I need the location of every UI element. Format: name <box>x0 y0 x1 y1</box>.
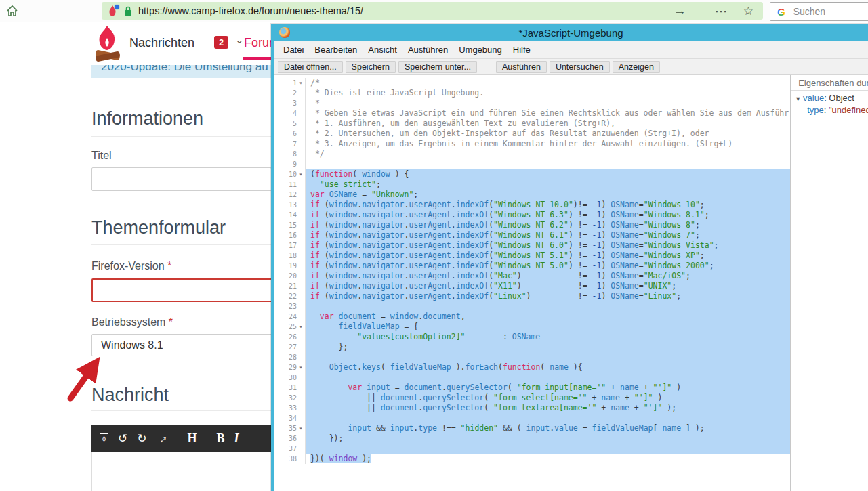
undo-icon[interactable]: ↺ <box>118 431 127 446</box>
code-line[interactable]: 27 }; <box>274 342 790 352</box>
divider <box>91 244 272 245</box>
code-text <box>306 301 790 312</box>
menu-bearbeiten[interactable]: Bearbeiten <box>309 45 363 55</box>
fold-marker-icon[interactable]: ▾ <box>297 423 305 433</box>
line-number: 22 <box>289 291 297 301</box>
code-line[interactable]: 5 * 1. Ausführen, um den ausgewählten Te… <box>274 119 790 129</box>
line-number: 3 <box>293 98 297 108</box>
code-line[interactable]: 1▾/* <box>274 78 790 88</box>
code-line[interactable]: 25▾ fieldValueMap = { <box>274 322 790 332</box>
go-arrow-icon[interactable]: → <box>674 3 686 18</box>
code-line[interactable]: 33 || document.querySelector( "form text… <box>274 403 790 413</box>
code-line[interactable]: 22if (window.navigator.userAgent.indexOf… <box>274 291 790 301</box>
fold-marker-icon[interactable]: ▾ <box>297 78 305 88</box>
code-line[interactable]: 14if (window.navigator.userAgent.indexOf… <box>274 210 790 220</box>
expander-triangle-icon[interactable]: ▼ <box>795 95 801 102</box>
code-editor[interactable]: 1▾/*2 * Dies ist eine JavaScript-Umgebun… <box>274 75 790 491</box>
menu-umgebung[interactable]: Umgebung <box>453 45 508 55</box>
code-line[interactable]: 18if (window.navigator.userAgent.indexOf… <box>274 251 790 261</box>
chevron-down-icon[interactable]: ⌄ <box>235 34 244 46</box>
code-line[interactable]: 15if (window.navigator.userAgent.indexOf… <box>274 220 790 230</box>
bookmark-star-icon[interactable]: ☆ <box>743 4 753 18</box>
line-number: 2 <box>293 88 297 98</box>
code-line[interactable]: 36 }); <box>274 433 790 444</box>
nav-messages[interactable]: Nachrichten <box>129 36 194 50</box>
italic-icon[interactable]: I <box>234 431 239 446</box>
bold-icon[interactable]: B <box>217 431 225 446</box>
url-text[interactable]: https://www.camp-firefox.de/forum/neues-… <box>138 5 363 16</box>
campfire-logo[interactable] <box>90 24 124 65</box>
fold-marker-icon[interactable]: ▾ <box>297 322 305 332</box>
line-number: 20 <box>289 271 297 281</box>
code-line[interactable]: 17if (window.navigator.userAgent.indexOf… <box>274 240 790 251</box>
code-line[interactable]: 38})( window ); <box>274 454 790 464</box>
code-line[interactable]: 24 var document = window.document, <box>274 312 790 322</box>
gutter-cell: 5 <box>274 119 306 129</box>
code-line[interactable]: 19if (window.navigator.userAgent.indexOf… <box>274 261 790 271</box>
open-file-button[interactable]: Datei öffnen... <box>278 61 343 73</box>
inspector-row-value[interactable]: ▼value: Object <box>791 91 868 103</box>
firefox-version-input[interactable] <box>91 278 273 302</box>
scratchpad-titlebar[interactable]: *JavaScript-Umgebung <box>274 24 868 41</box>
code-line[interactable]: 28 <box>274 352 790 362</box>
code-line[interactable]: 6 * 2. Untersuchen, um den Objekt-Inspek… <box>274 129 790 139</box>
code-line[interactable]: 4 * Geben Sie etwas JavaScript ein und f… <box>274 108 790 119</box>
code-line[interactable]: 37 <box>274 444 790 454</box>
page-actions-icon[interactable]: ⋯ <box>715 3 728 19</box>
inspector-filter-input[interactable]: Eigenschaften durchsuchen <box>791 75 868 91</box>
code-line[interactable]: 34 <box>274 413 790 423</box>
code-line[interactable]: 16if (window.navigator.userAgent.indexOf… <box>274 230 790 240</box>
fold-marker-icon[interactable]: ▾ <box>297 169 305 179</box>
run-button[interactable]: Ausführen <box>496 61 547 73</box>
inspect-button[interactable]: Untersuchen <box>550 61 610 73</box>
titel-input[interactable] <box>91 167 272 191</box>
menu-datei[interactable]: Datei <box>278 45 309 55</box>
code-line[interactable]: 13if (window.navigator.userAgent.indexOf… <box>274 200 790 210</box>
code-line[interactable]: 3 * <box>274 98 790 108</box>
url-bar[interactable]: https://www.camp-firefox.de/forum/neues-… <box>102 2 763 20</box>
code-line[interactable]: 26 "values[customOption2]" : OSName <box>274 332 790 342</box>
home-icon[interactable] <box>5 4 19 18</box>
code-line[interactable]: 20if (window.navigator.userAgent.indexOf… <box>274 271 790 281</box>
source-icon[interactable]: ϕ <box>100 433 108 444</box>
gutter-cell: 29▾ <box>274 362 306 372</box>
property-name: type <box>807 105 824 115</box>
gutter-cell: 19 <box>274 261 306 271</box>
menu-ansicht[interactable]: Ansicht <box>363 45 402 55</box>
expand-icon[interactable]: ↔ <box>153 429 171 447</box>
inspector-row-type[interactable]: type: "undefined" <box>791 103 868 115</box>
code-line[interactable]: 7 * 3. Anzeigen, um das Ergebnis in eine… <box>274 139 790 149</box>
menu-hilfe[interactable]: Hilfe <box>508 45 536 55</box>
code-line[interactable]: 29▾ Object.keys( fieldValueMap ).forEach… <box>274 362 790 372</box>
search-input[interactable]: G Suchen <box>770 2 868 21</box>
code-line[interactable]: 31 var input = document.querySelector( "… <box>274 383 790 393</box>
code-line[interactable]: 11 "use strict"; <box>274 179 790 190</box>
code-line[interactable]: 30 <box>274 372 790 383</box>
gutter-cell: 22 <box>274 291 306 301</box>
code-line[interactable]: 9 <box>274 159 790 169</box>
save-as-button[interactable]: Speichern unter... <box>398 61 477 73</box>
line-number: 7 <box>293 139 297 149</box>
code-line[interactable]: 10▾(function( window ) { <box>274 169 790 179</box>
fold-marker-icon[interactable]: ▾ <box>297 362 305 372</box>
code-line[interactable]: 21if (window.navigator.userAgent.indexOf… <box>274 281 790 291</box>
code-line[interactable]: 35▾ input && input.type !== "hidden" && … <box>274 423 790 433</box>
property-value: Object <box>829 93 854 103</box>
gutter-cell: 34 <box>274 413 306 423</box>
menu-ausfuehren[interactable]: Ausführen <box>402 45 453 55</box>
code-line[interactable]: 32 || document.querySelector( "form sele… <box>274 393 790 403</box>
code-line[interactable]: 8 */ <box>274 149 790 159</box>
code-text: * <box>306 98 790 108</box>
code-line[interactable]: 23 <box>274 301 790 312</box>
betriebssystem-select[interactable]: Windows 8.1 <box>91 334 281 356</box>
display-button[interactable]: Anzeigen <box>613 61 660 73</box>
code-line[interactable]: 2 * Dies ist eine JavaScript-Umgebung. <box>274 88 790 98</box>
line-number: 28 <box>289 352 297 362</box>
redo-icon[interactable]: ↻ <box>137 431 146 446</box>
line-number: 29 <box>289 362 297 372</box>
message-editor-body[interactable] <box>91 452 273 491</box>
line-number: 37 <box>289 444 297 454</box>
code-line[interactable]: 12var OSName = "Unknown"; <box>274 190 790 200</box>
save-button[interactable]: Speichern <box>346 61 396 73</box>
heading-icon[interactable]: H <box>188 431 197 446</box>
